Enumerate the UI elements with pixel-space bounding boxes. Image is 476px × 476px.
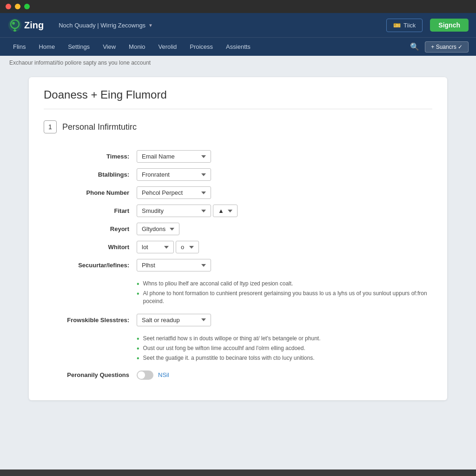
select-fitart-1[interactable]: Smudity [137,205,211,217]
select-whitort-1[interactable]: lot [137,241,174,253]
nav-search-area: 🔍 + Suancrs ✓ [408,40,469,53]
toggle-knob [138,371,145,379]
select-timess[interactable]: Email Name [137,150,211,163]
label-personality: Peronanily Questions [44,370,137,380]
logo-text: Zing [24,20,44,31]
label-phone: Phone Number [44,186,137,199]
bullet-dot-5: • [137,355,139,362]
security-bullets-row: • Whns to pliou lhelf are acconal calid … [44,277,432,308]
field-row-personality: Peronanily Questions NSil [44,370,432,380]
bullet-dot-3: • [137,335,139,343]
flexible-bullet-1: • Seet neriatfid how s in douts willope … [137,334,432,344]
select-security[interactable]: Plhst [137,259,211,271]
field-phone: Pehcol Perpect [137,186,432,199]
security-bullets-cell: • Whns to pliou lhelf are acconal calid … [137,277,432,308]
select-phone[interactable]: Pehcol Perpect [137,186,211,199]
field-row-reyort: Reyort Gltydons [44,223,432,235]
search-button[interactable]: 🔍 [408,40,421,53]
form-title: Doaness + Eing Flumord [44,88,432,109]
security-bullet-1: • Whns to pliou lhelf are acconal calid … [137,279,432,289]
section-title: Personal Infirmtutirc [62,122,137,132]
field-btalblings: Fronratent [137,168,432,181]
select-whitort-2[interactable]: o [176,241,199,253]
security-bullet-list: • Whns to pliou lhelf are acconal calid … [137,277,432,308]
label-flexible: Frowskible Slesstres: [44,314,137,326]
ticket-icon: 🎫 [393,22,401,29]
bullet-dot-4: • [137,345,139,352]
minimize-button[interactable] [15,4,20,9]
label-btalblings: Btalblings: [44,168,137,181]
select-reyort[interactable]: Gltydons [137,223,179,235]
field-whitort: lot o [137,241,432,253]
field-timess: Email Name [137,150,432,163]
select-flexible[interactable]: Salt or readup [137,314,211,326]
dual-select-whitort: lot o [137,241,432,253]
bullet-dot-1: • [137,280,139,288]
flexible-bullet-list: • Seet neriatfid how s in douts willope … [137,332,432,365]
ticket-button[interactable]: 🎫 Tiick [386,19,423,32]
flexible-bullet-3: • Seet the guatige it. a pumstitle to be… [137,353,432,363]
nav-item-monio[interactable]: Monio [123,40,151,53]
section-number: 1 [44,120,57,133]
add-button-label: + Suancrs ✓ [431,44,463,50]
nav-item-view[interactable]: View [97,40,121,53]
select-btalblings[interactable]: Fronratent [137,168,211,181]
personality-toggle[interactable] [137,370,153,380]
flexible-bullet-text-1: Seet neriatfid how s in douts willope or… [143,335,321,343]
field-flexible: Salt or readup [137,314,432,326]
flexible-bullet-text-2: Oust our ust fong be wifton lime accoulh… [143,344,305,352]
toggle-row: NSil [137,370,432,380]
bullet-dot-2: • [137,290,139,298]
add-button[interactable]: + Suancrs ✓ [425,41,469,53]
field-personality: NSil [137,370,432,380]
nav-item-assientts[interactable]: Assientts [220,40,256,53]
field-row-flexible: Frowskible Slesstres: Salt or readup [44,314,432,326]
security-bullets-label [44,277,137,308]
label-whitort: Whitort [44,241,137,253]
flexible-bullets-label [44,332,137,365]
field-row-fitart: Fitart Smudity ▲ [44,205,432,217]
window-chrome [0,0,476,13]
form-table: Timess: Email Name Btalblings: Fronraten… [44,145,432,385]
dual-select-fitart: Smudity ▲ [137,205,432,217]
svg-point-2 [12,22,15,25]
field-reyort: Gltydons [137,223,432,235]
field-security: Plhst [137,259,432,271]
workspace-dropdown-arrow: ▼ [148,23,153,28]
logo: Zing [7,18,44,33]
select-fitart-2[interactable]: ▲ [213,205,238,217]
top-nav: Zing Noch Quuady | Wirrig Zecowngs ▼ 🎫 T… [0,13,476,37]
security-bullet-text-1: Whns to pliou lhelf are acconal calid of… [143,280,293,288]
maximize-button[interactable] [24,4,30,9]
label-reyort: Reyort [44,223,137,235]
label-security: Secuurtar/lefines: [44,259,137,271]
flexible-bullet-text-3: Seet the guatige it. a pumstitle to beci… [143,354,315,362]
workspace-selector[interactable]: Noch Quuady | Wirrig Zecowngs ▼ [55,20,157,31]
flexible-bullets-row: • Seet neriatfid how s in douts willope … [44,332,432,365]
field-row-btalblings: Btalblings: Fronratent [44,168,432,181]
field-row-security: Secuurtar/lefines: Plhst [44,259,432,271]
close-button[interactable] [6,4,11,9]
ticket-label: Tiick [403,22,416,29]
nav-item-home[interactable]: Home [33,40,60,53]
label-fitart: Fitart [44,205,137,217]
nav-item-proicess[interactable]: Proicess [184,40,218,53]
field-fitart: Smudity ▲ [137,205,432,217]
flexible-bullets-cell: • Seet neriatfid how s in douts willope … [137,332,432,365]
logo-icon [7,18,22,33]
nav-item-verolid[interactable]: Verolid [153,40,183,53]
main-content: Doaness + Eing Flumord 1 Personal Infirm… [0,70,476,469]
nav-item-flins[interactable]: Flins [7,40,31,53]
personality-link[interactable]: NSil [158,371,169,378]
breadcrumb-text: Exchaour informati/tio poliore sapty ans… [9,60,151,66]
field-row-timess: Timess: Email Name [44,150,432,163]
secondary-nav: Flins Home Settings View Monio Verolid P… [0,37,476,56]
security-bullet-text-2: Al phone to hont formation to cunhient p… [143,290,432,305]
section-header: 1 Personal Infirmtutirc [44,120,432,133]
nav-item-settings[interactable]: Settings [62,40,95,53]
breadcrumb: Exchaour informati/tio poliore sapty ans… [0,56,476,70]
security-bullet-2: • Al phone to hont formation to cunhient… [137,289,432,306]
signup-button[interactable]: Signch [430,19,469,32]
field-row-whitort: Whitort lot o [44,241,432,253]
label-timess: Timess: [44,150,137,163]
